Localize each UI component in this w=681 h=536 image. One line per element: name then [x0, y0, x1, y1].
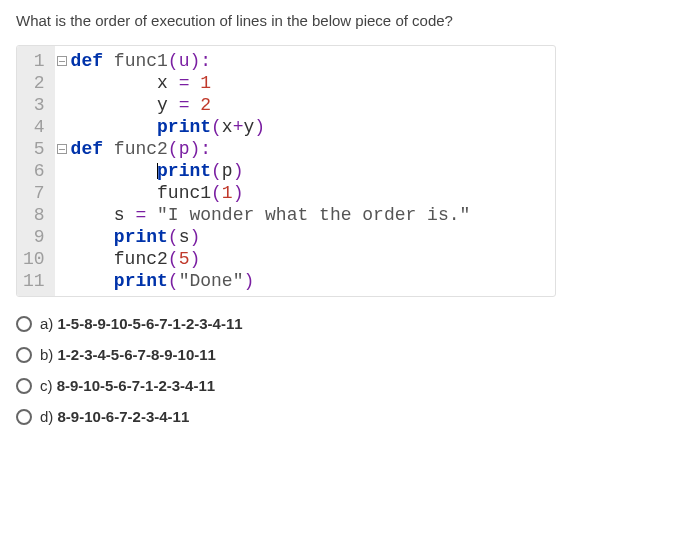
- code-line: def func1(u):: [57, 50, 555, 72]
- line-number: 9: [23, 226, 45, 248]
- code-line: def func2(p):: [57, 138, 555, 160]
- option-label: a) 1-5-8-9-10-5-6-7-1-2-3-4-11: [40, 315, 243, 332]
- option-label: c) 8-9-10-5-6-7-1-2-3-4-11: [40, 377, 215, 394]
- code-text: x = 1: [71, 72, 211, 94]
- option-label: d) 8-9-10-6-7-2-3-4-11: [40, 408, 189, 425]
- line-number: 7: [23, 182, 45, 204]
- answer-option[interactable]: a) 1-5-8-9-10-5-6-7-1-2-3-4-11: [16, 315, 665, 332]
- question-text: What is the order of execution of lines …: [16, 12, 665, 29]
- code-text: def func2(p):: [71, 138, 211, 160]
- code-text: func2(5): [71, 248, 201, 270]
- line-number: 8: [23, 204, 45, 226]
- radio-icon[interactable]: [16, 409, 32, 425]
- code-text: def func1(u):: [71, 50, 211, 72]
- answer-option[interactable]: c) 8-9-10-5-6-7-1-2-3-4-11: [16, 377, 665, 394]
- fold-toggle-icon[interactable]: [57, 144, 67, 154]
- option-label: b) 1-2-3-4-5-6-7-8-9-10-11: [40, 346, 216, 363]
- code-line: func1(1): [57, 182, 555, 204]
- line-number: 4: [23, 116, 45, 138]
- fold-toggle-icon[interactable]: [57, 56, 67, 66]
- code-block: 1234567891011 def func1(u): x = 1 y = 2 …: [16, 45, 556, 297]
- code-text: print(x+y): [71, 116, 266, 138]
- answer-option[interactable]: b) 1-2-3-4-5-6-7-8-9-10-11: [16, 346, 665, 363]
- code-line: x = 1: [57, 72, 555, 94]
- line-number: 2: [23, 72, 45, 94]
- radio-icon[interactable]: [16, 316, 32, 332]
- line-number: 1: [23, 50, 45, 72]
- code-content: def func1(u): x = 1 y = 2 print(x+y)def …: [55, 46, 555, 296]
- line-number: 3: [23, 94, 45, 116]
- code-line: s = "I wonder what the order is.": [57, 204, 555, 226]
- line-number: 5: [23, 138, 45, 160]
- line-number: 10: [23, 248, 45, 270]
- code-line: print(p): [57, 160, 555, 182]
- line-number-gutter: 1234567891011: [17, 46, 55, 296]
- code-text: func1(1): [71, 182, 244, 204]
- code-line: func2(5): [57, 248, 555, 270]
- code-line: print(s): [57, 226, 555, 248]
- radio-icon[interactable]: [16, 347, 32, 363]
- code-line: print(x+y): [57, 116, 555, 138]
- answer-options: a) 1-5-8-9-10-5-6-7-1-2-3-4-11b) 1-2-3-4…: [16, 315, 665, 425]
- radio-icon[interactable]: [16, 378, 32, 394]
- code-line: print("Done"): [57, 270, 555, 292]
- code-text: print("Done"): [71, 270, 255, 292]
- code-text: y = 2: [71, 94, 211, 116]
- code-text: print(p): [71, 160, 244, 182]
- code-line: y = 2: [57, 94, 555, 116]
- code-text: print(s): [71, 226, 201, 248]
- code-text: s = "I wonder what the order is.": [71, 204, 471, 226]
- answer-option[interactable]: d) 8-9-10-6-7-2-3-4-11: [16, 408, 665, 425]
- line-number: 11: [23, 270, 45, 292]
- line-number: 6: [23, 160, 45, 182]
